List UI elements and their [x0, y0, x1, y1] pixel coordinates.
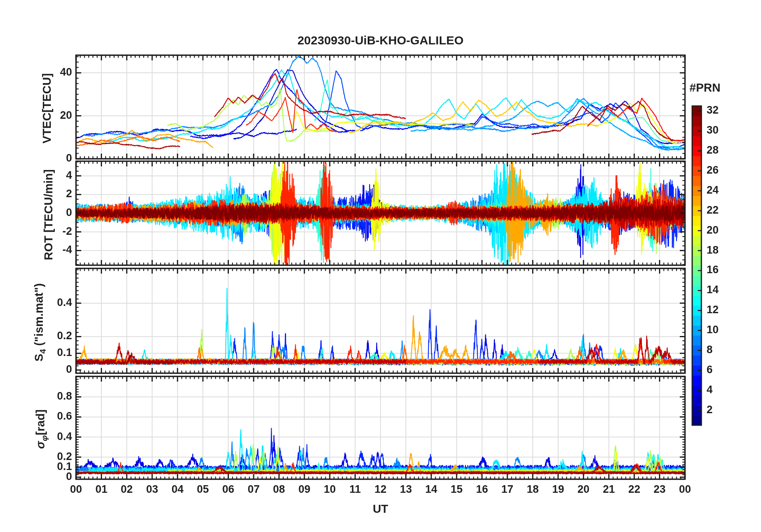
colorbar-tick-label: 26: [707, 164, 719, 176]
colorbar-tick-label: 20: [707, 224, 719, 236]
y-tick-label: 0.2: [0, 330, 72, 342]
y-tick-label: 0: [0, 363, 72, 376]
y-tick-label: 0: [0, 152, 72, 164]
y-tick-label: 4: [0, 169, 72, 182]
s4-panel: [76, 268, 685, 373]
figure: 20230930-UiB-KHO-GALILEO VTEC[TECU] ROT …: [0, 0, 761, 532]
colorbar-tick-label: 12: [707, 304, 719, 316]
y-tick-label: 0.1: [0, 346, 72, 359]
colorbar-tick-label: 18: [707, 244, 719, 256]
y-tick-label: 0.4: [0, 296, 72, 309]
colorbar-title: #PRN: [680, 81, 730, 94]
y-tick-label: 0.8: [0, 390, 72, 402]
colorbar-tick-label: 10: [707, 324, 719, 336]
colorbar-tick-label: 14: [707, 284, 719, 296]
x-axis-label: UT: [76, 502, 685, 516]
y-tick-label: 0: [0, 206, 72, 219]
y-tick-label: 20: [0, 109, 72, 122]
rot-panel: [76, 161, 685, 265]
y-tick-label: 0.6: [0, 410, 72, 422]
y-tick-label: 40: [0, 66, 72, 78]
colorbar-tick-label: 4: [707, 384, 713, 396]
sigma-phi-panel: [76, 376, 685, 479]
x-tick-label: 00: [668, 483, 702, 496]
colorbar-tick-label: 30: [707, 124, 719, 136]
prn-colorbar: [692, 106, 701, 425]
y-tick-label: 0.4: [0, 430, 72, 443]
colorbar-tick-label: 6: [707, 364, 713, 376]
colorbar-tick-label: 16: [707, 264, 719, 276]
colorbar-tick-label: 24: [707, 184, 719, 196]
colorbar-tick-label: 2: [707, 404, 713, 416]
vtec-panel: [76, 55, 685, 159]
colorbar-tick-label: 32: [707, 104, 719, 116]
colorbar-tick-label: 8: [707, 344, 713, 356]
colorbar-tick-label: 28: [707, 144, 719, 156]
chart-title: 20230930-UiB-KHO-GALILEO: [76, 34, 685, 47]
y-tick-label: 2: [0, 188, 72, 200]
y-tick-label: -2: [0, 225, 72, 238]
y-tick-label: -4: [0, 244, 72, 256]
y-tick-label: 0.2: [0, 450, 72, 463]
colorbar-tick-label: 22: [707, 204, 719, 216]
